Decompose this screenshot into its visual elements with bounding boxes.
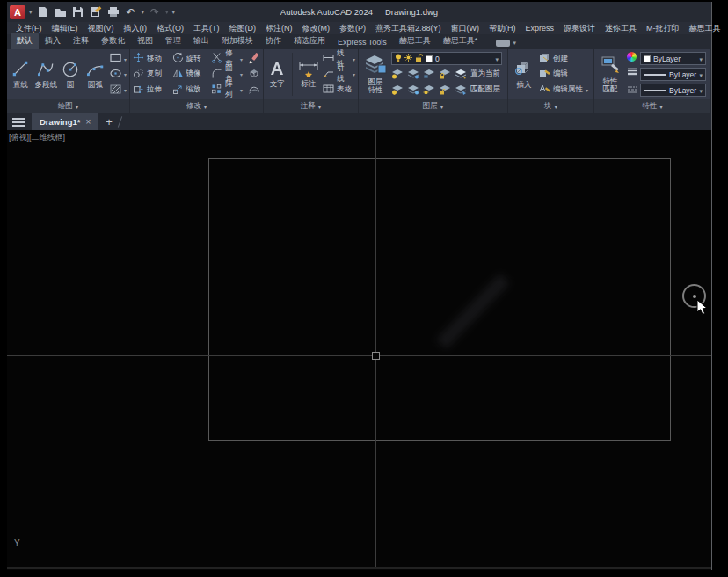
text-button[interactable]: 文字 bbox=[266, 51, 288, 98]
ribbon-tab-hesi-tools[interactable]: 赫思工具 bbox=[393, 33, 437, 49]
undo-caret-icon[interactable] bbox=[142, 9, 145, 16]
menu-mini-tools[interactable]: 迷你工具 bbox=[605, 23, 637, 34]
redo-button[interactable] bbox=[148, 5, 162, 18]
block-panel-label[interactable]: 块 bbox=[508, 99, 593, 113]
redo-caret-icon[interactable] bbox=[165, 9, 169, 16]
edit-block-button[interactable]: 编辑 bbox=[539, 67, 588, 81]
lineweight-dropdown[interactable]: ByLayer bbox=[640, 68, 706, 81]
layer-properties-button[interactable]: 图层特性 bbox=[361, 51, 389, 98]
text-icon bbox=[269, 60, 285, 79]
ribbon-tab-collaborate[interactable]: 协作 bbox=[259, 33, 288, 49]
layer-unlock-button[interactable] bbox=[439, 84, 451, 95]
ribbon-tab-output[interactable]: 输出 bbox=[187, 33, 215, 49]
mirror-icon bbox=[172, 68, 184, 81]
layers-panel-label[interactable]: 图层 bbox=[359, 99, 507, 113]
menu-batch-print[interactable]: M-批打印 bbox=[646, 23, 680, 34]
new-file-button[interactable] bbox=[36, 5, 50, 18]
ribbon-tab-insert[interactable]: 插入 bbox=[39, 33, 67, 49]
ribbon-minimize-button[interactable] bbox=[496, 40, 516, 47]
color-wheel-icon[interactable] bbox=[627, 52, 637, 62]
ellipse-button[interactable] bbox=[110, 67, 127, 81]
viewport-label[interactable]: [俯视][二维线框] bbox=[9, 132, 65, 143]
new-drawing-tab-button[interactable] bbox=[106, 115, 113, 128]
rectangle-button[interactable] bbox=[110, 52, 127, 66]
object-color-dropdown[interactable]: ByLayer bbox=[640, 52, 706, 65]
leader-button[interactable]: 引线 bbox=[323, 67, 355, 81]
rotate-button[interactable]: 旋转 bbox=[172, 52, 207, 66]
layer-thaw-button[interactable] bbox=[423, 84, 435, 95]
insert-block-button[interactable]: 插入 bbox=[511, 51, 537, 98]
array-button[interactable]: 阵列 bbox=[211, 83, 243, 97]
create-block-button[interactable]: 创建 bbox=[539, 52, 588, 66]
layer-unisolate-button[interactable] bbox=[407, 84, 419, 95]
annotation-panel-label[interactable]: 注释 bbox=[264, 99, 358, 113]
edit-attributes-button[interactable]: 编辑属性 bbox=[539, 83, 588, 97]
arc-button[interactable]: 圆弧 bbox=[83, 51, 108, 98]
draw-panel-label[interactable]: 绘图 bbox=[7, 99, 129, 113]
layer-freeze-button[interactable] bbox=[423, 69, 435, 79]
plot-button[interactable] bbox=[106, 5, 120, 18]
layer-on-button[interactable] bbox=[391, 84, 404, 95]
ribbon-tab-view[interactable]: 视图 bbox=[131, 33, 159, 49]
layer-lock-button[interactable] bbox=[439, 69, 451, 79]
undo-button[interactable] bbox=[124, 5, 138, 18]
ribbon-tab-addins[interactable]: 附加模块 bbox=[215, 33, 259, 49]
menu-help[interactable]: 帮助(H) bbox=[489, 23, 516, 34]
ribbon-tab-home[interactable]: 默认 bbox=[11, 33, 39, 49]
file-tab-close-icon[interactable] bbox=[85, 117, 91, 127]
rectangle-entity[interactable] bbox=[208, 158, 671, 441]
dimension-button[interactable]: 标注 bbox=[296, 51, 321, 98]
linetype-dropdown[interactable]: ByLayer bbox=[640, 84, 706, 97]
object-color-swatch bbox=[644, 55, 651, 62]
polyline-button[interactable]: 多段线 bbox=[33, 51, 59, 98]
ribbon-tab-parametric[interactable]: 参数化 bbox=[95, 33, 131, 49]
layer-off-button[interactable] bbox=[391, 69, 404, 79]
ribbon-tab-manage[interactable]: 管理 bbox=[159, 33, 187, 49]
circle-center-grip[interactable] bbox=[693, 295, 696, 298]
ribbon-tab-hesi-tools-2[interactable]: 赫思工具* bbox=[437, 33, 484, 49]
edit-block-icon bbox=[539, 69, 550, 80]
menu-yuanquan-design[interactable]: 源泉设计 bbox=[564, 23, 595, 34]
drawing-canvas[interactable]: [俯视][二维线框] Y bbox=[7, 130, 711, 569]
ribbon-tab-express-tools[interactable]: Express Tools bbox=[331, 35, 393, 49]
explode-button[interactable] bbox=[248, 67, 260, 81]
logo-caret-icon[interactable] bbox=[29, 9, 33, 16]
match-layer-label[interactable]: 匹配图层 bbox=[470, 84, 500, 95]
lineweight-icon[interactable] bbox=[627, 63, 637, 79]
file-tab-menu-icon[interactable] bbox=[12, 118, 25, 127]
set-current-label[interactable]: 置为当前 bbox=[470, 69, 500, 79]
mirror-button[interactable]: 镜像 bbox=[172, 67, 207, 81]
linetype-icon[interactable] bbox=[627, 81, 637, 97]
autocad-logo[interactable] bbox=[10, 5, 25, 19]
hatch-button[interactable] bbox=[110, 83, 127, 97]
match-properties-button[interactable]: 特性匹配 bbox=[597, 51, 623, 98]
copy-button[interactable]: 复制 bbox=[133, 67, 167, 81]
ribbon-tab-featured-apps[interactable]: 精选应用 bbox=[288, 33, 331, 49]
menu-parametric[interactable]: 参数(P) bbox=[339, 23, 366, 34]
trim-icon bbox=[211, 52, 222, 65]
table-button[interactable]: 表格 bbox=[323, 83, 355, 97]
ribbon-tab-annotate[interactable]: 注释 bbox=[67, 33, 95, 49]
offset-button[interactable] bbox=[248, 83, 260, 97]
save-as-button[interactable] bbox=[89, 5, 103, 18]
linetype-sample bbox=[644, 90, 666, 91]
properties-panel-label[interactable]: 特性 bbox=[594, 99, 710, 113]
save-button[interactable] bbox=[71, 5, 85, 18]
circle-button[interactable]: 圆 bbox=[61, 51, 81, 98]
layer-dropdown[interactable]: 0 bbox=[391, 52, 502, 65]
insert-block-icon bbox=[513, 59, 535, 80]
file-tab-drawing1[interactable]: Drawing1* bbox=[32, 113, 98, 130]
ucs-y-label: Y bbox=[14, 538, 20, 548]
menu-express[interactable]: Express bbox=[526, 24, 555, 33]
move-button[interactable]: 移动 bbox=[133, 52, 167, 66]
stretch-button[interactable]: 拉伸 bbox=[133, 83, 167, 97]
qat-customize-icon[interactable] bbox=[172, 9, 176, 16]
erase-button[interactable] bbox=[248, 52, 260, 66]
line-button[interactable]: 直线 bbox=[10, 51, 32, 98]
modify-panel-label[interactable]: 修改 bbox=[130, 99, 263, 113]
scale-button[interactable]: 缩放 bbox=[172, 83, 207, 97]
file-tab-label: Drawing1* bbox=[40, 117, 80, 127]
open-folder-button[interactable] bbox=[54, 5, 68, 18]
layer-isolate-button[interactable] bbox=[407, 69, 419, 79]
menu-hesi-tools[interactable]: 赫思工具 bbox=[689, 23, 721, 34]
